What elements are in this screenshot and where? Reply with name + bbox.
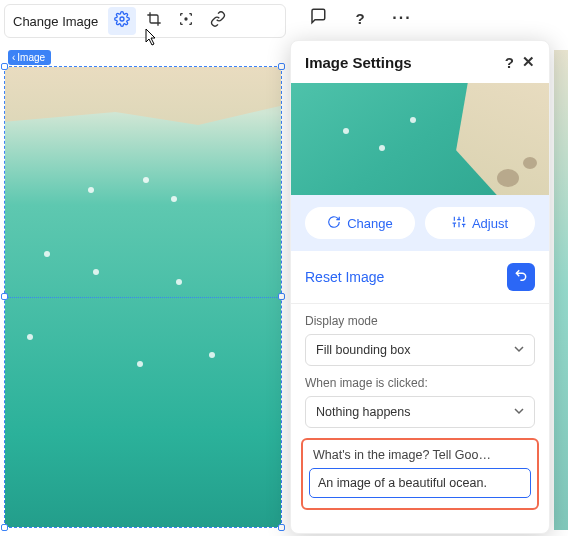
change-button[interactable]: Change bbox=[305, 207, 415, 239]
gear-icon bbox=[114, 11, 130, 31]
canvas-midline bbox=[5, 297, 281, 298]
display-mode-value: Fill bounding box bbox=[316, 343, 411, 357]
crop-button[interactable] bbox=[140, 7, 168, 35]
adjust-button-label: Adjust bbox=[472, 216, 508, 231]
resize-handle[interactable] bbox=[278, 293, 285, 300]
image-thumbnail bbox=[291, 83, 549, 195]
display-mode-select[interactable]: Fill bounding box bbox=[305, 334, 535, 366]
change-button-label: Change bbox=[347, 216, 393, 231]
panel-close-button[interactable]: ✕ bbox=[522, 53, 535, 71]
link-button[interactable] bbox=[204, 7, 232, 35]
image-toolbar: Change Image bbox=[4, 4, 286, 38]
change-image-button[interactable]: Change Image bbox=[11, 14, 104, 29]
crop-icon bbox=[146, 11, 162, 31]
svg-point-0 bbox=[120, 17, 124, 21]
alt-text-label: What's in the image? Tell Goo… bbox=[309, 448, 531, 468]
link-icon bbox=[210, 11, 226, 31]
alt-text-input[interactable] bbox=[309, 468, 531, 498]
more-button[interactable]: ··· bbox=[392, 8, 412, 28]
help-icon: ? bbox=[355, 10, 364, 27]
focal-point-icon bbox=[178, 11, 194, 31]
close-icon: ✕ bbox=[522, 53, 535, 70]
chevron-down-icon bbox=[514, 343, 524, 357]
element-type-chip[interactable]: ‹ Image bbox=[8, 50, 51, 65]
reset-image-link[interactable]: Reset Image bbox=[305, 269, 507, 285]
undo-button[interactable] bbox=[507, 263, 535, 291]
click-action-select[interactable]: Nothing happens bbox=[305, 396, 535, 428]
sliders-icon bbox=[452, 215, 466, 232]
adjust-button[interactable]: Adjust bbox=[425, 207, 535, 239]
panel-help-button[interactable]: ? bbox=[505, 54, 514, 71]
panel-title: Image Settings bbox=[305, 54, 497, 71]
background-sliver bbox=[554, 50, 568, 530]
resize-handle[interactable] bbox=[1, 63, 8, 70]
chevron-down-icon bbox=[514, 405, 524, 419]
chevron-left-icon: ‹ bbox=[12, 52, 15, 63]
more-icon: ··· bbox=[392, 9, 411, 27]
settings-button[interactable] bbox=[108, 7, 136, 35]
comment-icon bbox=[309, 7, 327, 29]
resize-handle[interactable] bbox=[278, 63, 285, 70]
refresh-icon bbox=[327, 215, 341, 232]
click-action-value: Nothing happens bbox=[316, 405, 411, 419]
chip-label: Image bbox=[17, 52, 45, 63]
click-action-label: When image is clicked: bbox=[305, 376, 535, 390]
resize-handle[interactable] bbox=[1, 293, 8, 300]
display-mode-label: Display mode bbox=[305, 314, 535, 328]
alt-text-section: What's in the image? Tell Goo… bbox=[301, 438, 539, 510]
resize-handle[interactable] bbox=[1, 524, 8, 531]
image-canvas[interactable] bbox=[4, 66, 282, 528]
resize-handle[interactable] bbox=[278, 524, 285, 531]
focal-point-button[interactable] bbox=[172, 7, 200, 35]
svg-point-1 bbox=[185, 18, 187, 20]
help-button[interactable]: ? bbox=[350, 8, 370, 28]
action-bar: Change Adjust bbox=[291, 195, 549, 251]
toolbar-extras: ? ··· bbox=[308, 8, 412, 28]
image-settings-panel: Image Settings ? ✕ Change Adjust Reset I… bbox=[290, 40, 550, 534]
comment-button[interactable] bbox=[308, 8, 328, 28]
undo-icon bbox=[514, 268, 528, 286]
